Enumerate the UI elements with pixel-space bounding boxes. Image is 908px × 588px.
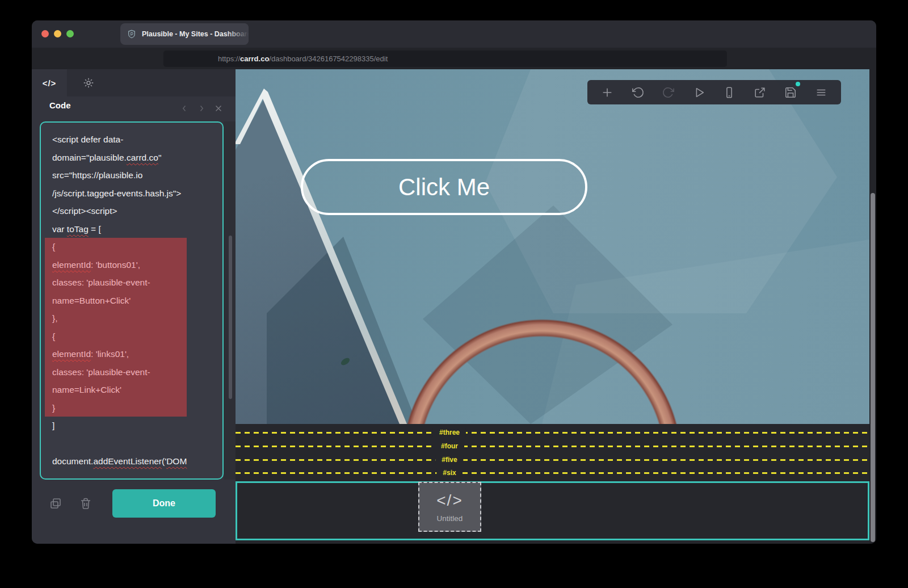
anchor-dashed-line	[236, 432, 869, 434]
browser-urlrow: https://carrd.co/dashboard/3426167542298…	[32, 48, 876, 69]
unsaved-changes-dot	[796, 82, 800, 86]
prev-icon[interactable]	[179, 103, 190, 114]
play-icon[interactable]	[693, 86, 705, 99]
code-panel: </> Code	[32, 69, 236, 544]
url-scheme: https://	[218, 54, 240, 63]
code-line: {	[45, 327, 187, 346]
redo-icon[interactable]	[662, 86, 675, 99]
menu-icon[interactable]	[815, 86, 827, 99]
zoom-window-button[interactable]	[66, 30, 74, 37]
tab-settings[interactable]	[77, 69, 100, 96]
code-line: document.addEventListener('DOM	[41, 452, 222, 471]
panel-scrollbar-thumb[interactable]	[229, 236, 232, 399]
code-line: domain="plausible.carrd.co"	[41, 149, 222, 167]
close-window-button[interactable]	[41, 30, 49, 37]
code-element-icon: </>	[436, 492, 463, 510]
duplicate-icon[interactable]	[49, 497, 62, 510]
url-field[interactable]: https://carrd.co/dashboard/3426167542298…	[163, 51, 727, 67]
code-lines: <script defer data-domain="plausible.car…	[41, 131, 222, 471]
anchor-row: #four	[236, 442, 869, 451]
next-icon[interactable]	[196, 103, 207, 114]
code-line: {	[45, 238, 187, 256]
anchor-dashed-line	[236, 446, 869, 447]
panel-tabs: </>	[32, 69, 236, 96]
anchor-row: #six	[236, 468, 869, 477]
anchor-dashed-line	[236, 459, 869, 461]
anchor-row: #five	[236, 455, 869, 464]
site-canvas: Click Me #three#four#five#six </> Untitl…	[236, 69, 869, 544]
close-icon[interactable]	[213, 103, 224, 114]
code-textarea[interactable]: <script defer data-domain="plausible.car…	[40, 121, 224, 480]
anchor-label[interactable]: #five	[435, 455, 463, 464]
tab-title-fade	[226, 23, 249, 45]
click-me-button[interactable]: Click Me	[301, 159, 587, 215]
code-line: src="https://plausible.io	[41, 166, 222, 184]
page-scrollbar-thumb[interactable]	[871, 193, 875, 542]
screenshot-stage: Plausible - My Sites - Dashboard https:/…	[0, 0, 908, 588]
save-button[interactable]	[784, 86, 797, 99]
code-line: /js/script.tagged-events.hash.js">	[41, 184, 222, 203]
code-line: ]	[41, 417, 222, 435]
mobile-icon[interactable]	[723, 86, 735, 99]
canvas-toolbar	[587, 80, 841, 104]
code-line: name=Link+Click'	[45, 381, 187, 399]
hero-background-image	[236, 69, 869, 424]
anchor-label[interactable]: #four	[435, 442, 464, 451]
trash-icon[interactable]	[79, 497, 93, 510]
code-line: <script defer data-	[41, 131, 222, 149]
code-line: classes: 'plausible-event-	[45, 363, 187, 381]
code-element-label: Untitled	[437, 514, 463, 523]
anchor-row: #three	[236, 428, 869, 437]
anchor-label[interactable]: #three	[433, 428, 466, 437]
code-icon: </>	[43, 78, 57, 88]
code-line	[41, 435, 222, 453]
plus-icon[interactable]	[601, 86, 613, 99]
page-scrollbar-track	[869, 69, 876, 544]
code-line: classes: 'plausible-event-	[45, 274, 187, 292]
done-button[interactable]: Done	[112, 489, 216, 518]
untitled-code-element[interactable]: </> Untitled	[418, 482, 481, 532]
code-line: }	[45, 399, 187, 417]
code-line: </script><script>	[41, 202, 222, 220]
selected-section-outline[interactable]	[236, 481, 869, 540]
plausible-favicon-icon	[127, 30, 136, 39]
browser-tab[interactable]: Plausible - My Sites - Dashboard	[120, 23, 249, 45]
url-domain: carrd.co	[240, 54, 269, 63]
panel-title: Code	[49, 100, 71, 110]
editor-content: </> Code	[32, 69, 876, 544]
url-path: /dashboard/3426167542298335/edit	[269, 54, 388, 63]
anchor-label[interactable]: #six	[436, 468, 462, 477]
code-line: elementId: 'buttons01',	[45, 256, 187, 274]
save-icon	[784, 86, 797, 99]
external-link-icon[interactable]	[754, 86, 766, 99]
minimize-window-button[interactable]	[54, 30, 61, 37]
browser-tabbar: Plausible - My Sites - Dashboard	[32, 20, 876, 48]
browser-window: Plausible - My Sites - Dashboard https:/…	[32, 20, 876, 544]
code-line: var toTag = [	[41, 220, 222, 238]
anchor-dashed-line	[236, 472, 869, 474]
undo-icon[interactable]	[632, 86, 644, 99]
tab-code[interactable]: </>	[32, 69, 67, 96]
gear-icon	[82, 77, 95, 89]
code-line: name=Button+Click'	[45, 292, 187, 310]
code-line: },	[45, 309, 187, 327]
code-line: elementId: 'links01',	[45, 345, 187, 363]
